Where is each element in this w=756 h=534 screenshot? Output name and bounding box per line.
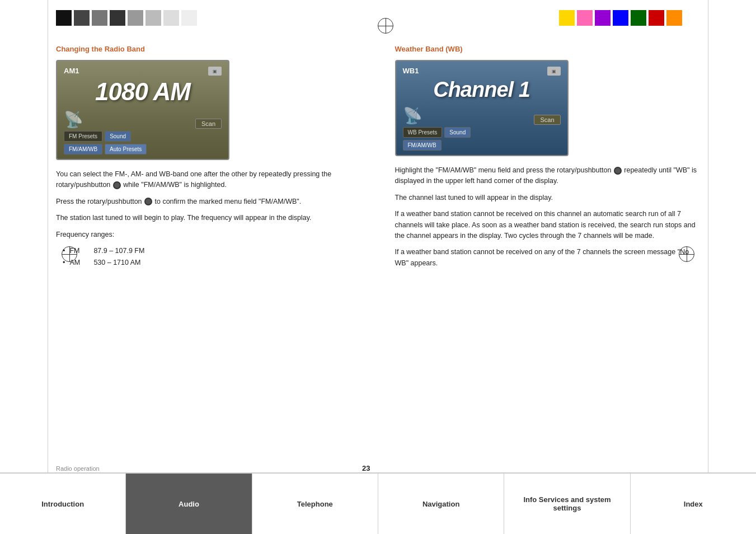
right-bar-block bbox=[613, 10, 628, 26]
am-antenna-icon: 📡 bbox=[64, 110, 83, 129]
right-section-title: Weather Band (WB) bbox=[395, 45, 701, 53]
am-display-icon: ▣ bbox=[208, 67, 222, 76]
am-sound-button[interactable]: Sound bbox=[105, 131, 131, 142]
right-divider bbox=[708, 0, 708, 534]
rotary-icon-3 bbox=[614, 167, 622, 175]
wb-band-selector[interactable]: FM/AM/WB bbox=[403, 140, 442, 151]
wb-frequency: Channel 1 bbox=[403, 78, 561, 102]
right-bar-block bbox=[684, 10, 700, 26]
right-para-2: The channel last tuned to will appear in… bbox=[395, 193, 701, 203]
wb-radio-display: WB1 ▣ Channel 1 📡 Scan WB Presets Sound … bbox=[395, 60, 569, 156]
frequency-list: • FM 87.9 – 107.9 FM • AM 530 – 1710 AM bbox=[63, 246, 361, 268]
right-bar-block bbox=[577, 10, 593, 26]
left-bar-block bbox=[56, 10, 72, 26]
wb-bottom-buttons: WB Presets Sound bbox=[403, 127, 561, 138]
reg-mark-top bbox=[378, 18, 393, 34]
top-bar-right bbox=[559, 10, 700, 26]
am-scan-button[interactable]: Scan bbox=[195, 119, 222, 129]
right-bar-block bbox=[666, 10, 682, 26]
rotary-icon-1 bbox=[113, 181, 121, 189]
am-frequency: 1080 AM bbox=[64, 78, 222, 106]
left-bar-block bbox=[145, 10, 161, 26]
page-footer: Radio operation 23 bbox=[56, 464, 700, 472]
left-column: Changing the Radio Band AM1 ▣ 1080 AM 📡 … bbox=[56, 45, 378, 467]
left-bar-block bbox=[92, 10, 107, 26]
footer-section-label: Radio operation bbox=[56, 465, 100, 472]
wb-sound-button[interactable]: Sound bbox=[444, 127, 471, 138]
wb-display-icon: ▣ bbox=[547, 67, 561, 76]
freq-am-value: 530 – 1710 AM bbox=[93, 257, 140, 268]
am-band-label: AM1 bbox=[64, 67, 79, 75]
freq-am: • AM 530 – 1710 AM bbox=[63, 257, 361, 268]
freq-fm: • FM 87.9 – 107.9 FM bbox=[63, 246, 361, 256]
am-auto-presets[interactable]: Auto Presets bbox=[105, 144, 147, 154]
left-bar-block bbox=[163, 10, 179, 26]
left-bar-block bbox=[128, 10, 143, 26]
am-bottom-buttons: FM Presets Sound bbox=[64, 131, 222, 142]
right-para-3: If a weather band station cannot be rece… bbox=[395, 209, 701, 241]
right-para-4: If a weather band station cannot be rece… bbox=[395, 247, 701, 269]
right-bar-block bbox=[631, 10, 646, 26]
freq-fm-value: 87.9 – 107.9 FM bbox=[93, 246, 144, 256]
wb-band-buttons: FM/AM/WB bbox=[403, 140, 561, 151]
nav-item-info-services-and-system-settings[interactable]: Info Services and system settings bbox=[504, 474, 630, 534]
left-para-3: The station last tuned to will begin to … bbox=[56, 213, 361, 223]
nav-item-introduction[interactable]: Introduction bbox=[0, 474, 126, 534]
nav-item-telephone[interactable]: Telephone bbox=[252, 474, 378, 534]
am-band-selector[interactable]: FM/AM/WB bbox=[64, 144, 102, 154]
right-para-1: Highlight the "FM/AM/WB" menu field and … bbox=[395, 165, 701, 187]
left-bar-block bbox=[74, 10, 90, 26]
left-bar-block bbox=[181, 10, 197, 26]
right-bar-block bbox=[595, 10, 611, 26]
main-content: Changing the Radio Band AM1 ▣ 1080 AM 📡 … bbox=[56, 45, 700, 467]
am-band-buttons: FM/AM/WB Auto Presets bbox=[64, 144, 222, 154]
am-radio-display: AM1 ▣ 1080 AM 📡 Scan FM Presets Sound FM… bbox=[56, 60, 229, 160]
left-para-4: Frequency ranges: bbox=[56, 229, 361, 240]
right-bar-block bbox=[559, 10, 575, 26]
wb-band-label: WB1 bbox=[403, 67, 419, 75]
left-para-1: You can select the FM-, AM- and WB-band … bbox=[56, 169, 361, 191]
nav-item-audio[interactable]: Audio bbox=[126, 474, 252, 534]
bottom-navigation: IntroductionAudioTelephoneNavigationInfo… bbox=[0, 472, 756, 534]
left-section-title: Changing the Radio Band bbox=[56, 45, 361, 53]
wb-presets-button[interactable]: WB Presets bbox=[403, 127, 443, 138]
top-bar-left bbox=[56, 10, 197, 26]
rotary-icon-2 bbox=[144, 198, 152, 205]
right-bar-block bbox=[649, 10, 664, 26]
left-divider bbox=[48, 0, 48, 534]
page-number: 23 bbox=[362, 464, 370, 472]
left-bar-block bbox=[110, 10, 125, 26]
nav-item-index[interactable]: Index bbox=[631, 474, 756, 534]
am-presets-button[interactable]: FM Presets bbox=[64, 131, 102, 142]
wb-antenna-icon: 📡 bbox=[403, 106, 422, 125]
wb-scan-button[interactable]: Scan bbox=[534, 115, 560, 125]
nav-item-navigation[interactable]: Navigation bbox=[378, 474, 504, 534]
left-para-2: Press the rotary/pushbutton to confirm t… bbox=[56, 196, 361, 207]
right-column: Weather Band (WB) WB1 ▣ Channel 1 📡 Scan… bbox=[378, 45, 701, 467]
